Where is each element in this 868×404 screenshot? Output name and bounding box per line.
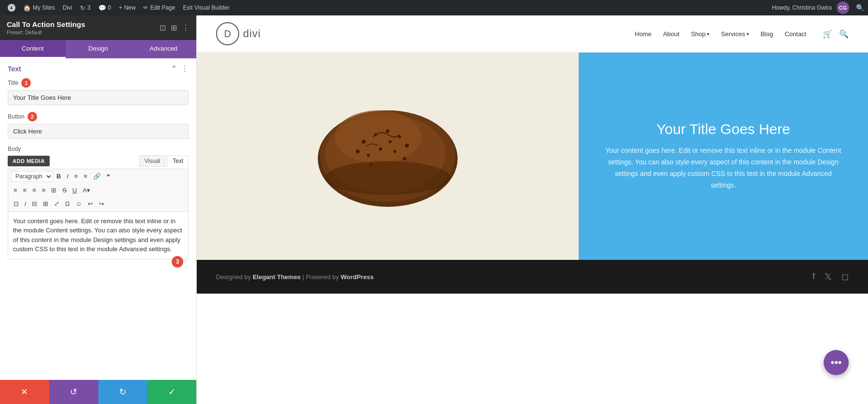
- panel-preset[interactable]: Preset: Default: [7, 29, 85, 35]
- settings-panel: Call To Action Settings Preset: Default …: [0, 15, 197, 404]
- strikethrough-button[interactable]: S: [60, 185, 69, 196]
- panel-icon-columns[interactable]: ⊞: [171, 23, 177, 32]
- cart-icon[interactable]: 🛒: [823, 29, 832, 39]
- search-nav-icon[interactable]: 🔍: [839, 29, 849, 39]
- editor-toolbar-row3: ⊡ i ⊟ ⊞ ⤢ Ω ☺ ↩ ↪: [8, 197, 189, 211]
- button-badge: 2: [27, 112, 37, 121]
- edit-page-item[interactable]: ✏ Edit Page: [139, 0, 179, 15]
- nav-about[interactable]: About: [663, 30, 679, 38]
- wp-logo-item[interactable]: [4, 0, 19, 15]
- svg-point-12: [356, 149, 360, 153]
- align-right-button[interactable]: ≡: [30, 185, 39, 196]
- align-center-button[interactable]: ≡: [21, 185, 29, 196]
- fab-button[interactable]: •••: [824, 350, 849, 375]
- save-button[interactable]: ✓: [147, 380, 196, 404]
- panel-header-icons: ⊡ ⊞ ⋮: [160, 23, 190, 32]
- undo-toolbar-button[interactable]: ↩: [85, 199, 95, 209]
- editor-top-toolbar: ADD MEDIA Visual Text: [8, 155, 189, 167]
- nav-shop-label: Shop: [691, 30, 705, 38]
- redo-button[interactable]: ↻: [98, 380, 148, 404]
- tab-advanced[interactable]: Advanced: [131, 40, 196, 58]
- site-logo: D divi: [216, 22, 261, 45]
- tab-content[interactable]: Content: [0, 40, 66, 58]
- emoji-button[interactable]: ☺: [73, 199, 84, 209]
- button-field-label: Button 2: [8, 112, 189, 121]
- indent-button[interactable]: ⊟: [29, 199, 40, 209]
- nav-blog[interactable]: Blog: [760, 30, 773, 38]
- tab-text[interactable]: Text: [167, 155, 189, 167]
- fullscreen-button[interactable]: ⤢: [52, 199, 62, 209]
- designed-by-prefix: Designed by: [216, 273, 253, 281]
- table-button[interactable]: ⊞: [49, 185, 59, 196]
- preview-area: D divi Home About Shop ▾ Services ▾: [197, 15, 868, 404]
- unordered-list-button[interactable]: ≡: [72, 171, 81, 182]
- nav-services-label: Services: [721, 30, 745, 38]
- exit-visual-builder-item[interactable]: Exit Visual Builder: [179, 0, 233, 15]
- admin-bar-right: Howdy, Christina Gwira CG 🔍: [772, 1, 864, 14]
- panel-actions: ✕ ↺ ↻ ✓: [0, 380, 196, 404]
- search-icon[interactable]: 🔍: [856, 4, 864, 12]
- redo-toolbar-button[interactable]: ↪: [96, 199, 107, 209]
- special-chars-button[interactable]: Ω: [63, 199, 72, 209]
- blockquote-button[interactable]: ❝: [104, 171, 112, 182]
- services-dropdown-icon: ▾: [746, 31, 749, 37]
- edit-page-label: Edit Page: [150, 4, 175, 11]
- editor-toolbar-row2: ≡ ≡ ≡ ≡ ⊞ S U A▾: [8, 184, 189, 197]
- nav-icons: 🛒 🔍: [823, 29, 849, 39]
- bold-button[interactable]: B: [54, 171, 63, 182]
- ordered-list-button[interactable]: ≡: [81, 171, 90, 182]
- cta-title: Your Title Goes Here: [656, 121, 790, 137]
- italic-button[interactable]: I: [64, 171, 71, 182]
- link-button[interactable]: 🔗: [91, 171, 103, 182]
- svg-point-4: [362, 140, 366, 144]
- my-sites-item[interactable]: 🏠 My Sites: [19, 0, 59, 15]
- nav-home-label: Home: [635, 30, 651, 38]
- align-left-button[interactable]: ≡: [11, 185, 20, 196]
- cancel-button[interactable]: ✕: [0, 380, 49, 404]
- nav-blog-label: Blog: [760, 30, 773, 38]
- facebook-icon[interactable]: f: [813, 271, 815, 282]
- panel-icon-responsive[interactable]: ⊡: [160, 23, 166, 32]
- comments-item[interactable]: 💬 0: [95, 0, 115, 15]
- user-avatar[interactable]: CG: [837, 1, 849, 14]
- align-justify-button[interactable]: ≡: [40, 185, 48, 196]
- nav-contact[interactable]: Contact: [785, 30, 806, 38]
- button-field-group: Button 2: [8, 112, 189, 139]
- new-label: New: [124, 4, 136, 11]
- outdent-button[interactable]: ⊞: [41, 199, 51, 209]
- add-media-button[interactable]: ADD MEDIA: [8, 156, 50, 166]
- text-color-button[interactable]: A▾: [80, 185, 93, 196]
- designed-by: Elegant Themes: [253, 273, 301, 281]
- nav-services[interactable]: Services ▾: [721, 30, 749, 38]
- my-sites-label: My Sites: [33, 4, 55, 11]
- svg-point-8: [405, 144, 409, 148]
- exit-visual-builder-label: Exit Visual Builder: [183, 4, 230, 11]
- italic2-button[interactable]: i: [22, 199, 28, 209]
- panel-icon-more[interactable]: ⋮: [182, 23, 190, 32]
- tab-design[interactable]: Design: [66, 40, 131, 58]
- tab-visual[interactable]: Visual: [139, 155, 165, 167]
- twitter-icon[interactable]: 𝕏: [825, 271, 832, 282]
- hero-section: Your Title Goes Here Your content goes h…: [197, 53, 868, 260]
- underline-button[interactable]: U: [70, 185, 79, 196]
- site-footer: Designed by Elegant Themes | Powered by …: [197, 260, 868, 294]
- section-more-button[interactable]: ⋮: [181, 64, 189, 73]
- nav-home[interactable]: Home: [635, 30, 651, 38]
- paragraph-select[interactable]: Paragraph: [11, 171, 53, 182]
- cancel-icon: ✕: [21, 387, 28, 397]
- nav-shop[interactable]: Shop ▾: [691, 30, 709, 38]
- paste-text-button[interactable]: ⊡: [11, 199, 21, 209]
- bread-image: [311, 89, 465, 224]
- editor-content[interactable]: Your content goes here. Edit or remove t…: [8, 211, 189, 259]
- divi-item[interactable]: Divi: [59, 0, 76, 15]
- new-item[interactable]: + New: [115, 0, 139, 15]
- collapse-button[interactable]: ⌃: [171, 64, 177, 73]
- undo-button[interactable]: ↺: [49, 380, 98, 404]
- save-icon: ✓: [168, 387, 176, 397]
- button-input[interactable]: [8, 124, 189, 139]
- svg-point-13: [389, 140, 392, 143]
- updates-item[interactable]: ↻ 3: [76, 0, 95, 15]
- title-input[interactable]: [8, 90, 189, 105]
- svg-point-15: [403, 157, 407, 161]
- instagram-icon[interactable]: ◻: [841, 271, 849, 282]
